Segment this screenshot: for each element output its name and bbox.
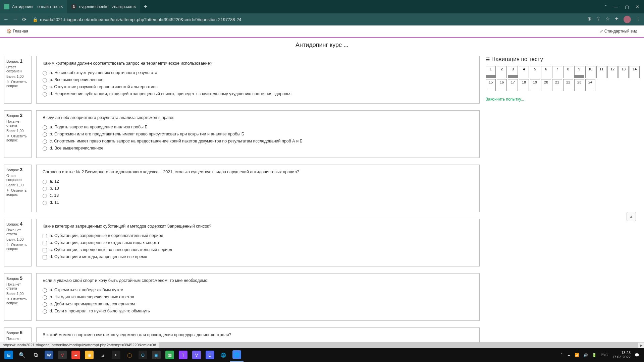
menu-icon[interactable]: ⋮ bbox=[636, 16, 641, 23]
reload-button[interactable]: ⟳ bbox=[22, 16, 26, 23]
forward-button[interactable]: → bbox=[13, 16, 18, 22]
nav-question-cell[interactable]: 5 bbox=[530, 66, 540, 78]
answer-input[interactable] bbox=[43, 92, 47, 97]
answer-input[interactable] bbox=[43, 125, 47, 130]
tray-chevron-icon[interactable]: ˄ bbox=[561, 353, 563, 357]
taskbar-app-twitch[interactable]: T bbox=[176, 348, 190, 362]
nav-question-cell[interactable]: 2 bbox=[497, 66, 507, 78]
answer-input[interactable] bbox=[43, 241, 47, 245]
zoom-icon[interactable]: ⊕ bbox=[587, 16, 592, 23]
tray-datetime[interactable]: 13:23 17.03.2022 bbox=[612, 351, 631, 359]
browser-tab[interactable]: Антидопинг - онлайн-тест× bbox=[0, 0, 67, 13]
answer-option[interactable]: a. 12 bbox=[43, 179, 473, 184]
nav-question-cell[interactable]: 14 bbox=[630, 66, 640, 78]
answer-option[interactable]: b. Все вышеперечисленное bbox=[43, 77, 473, 82]
share-icon[interactable]: ⇪ bbox=[596, 16, 601, 23]
answer-input[interactable] bbox=[43, 302, 47, 307]
nav-question-cell[interactable]: 1 bbox=[486, 66, 496, 78]
nav-question-cell[interactable]: 13 bbox=[619, 66, 629, 78]
scrollbar-arrow-right[interactable]: ▶ bbox=[638, 343, 644, 348]
answer-option[interactable]: d. 11 bbox=[43, 200, 473, 205]
minimize-button[interactable]: ― bbox=[614, 4, 618, 9]
nav-question-cell[interactable]: 4 bbox=[519, 66, 529, 78]
nav-question-cell[interactable]: 24 bbox=[585, 79, 595, 91]
nav-question-cell[interactable]: 22 bbox=[563, 79, 573, 91]
browser-tab[interactable]: 3evgeniirechenko - znanija.com× bbox=[67, 0, 140, 13]
nav-question-cell[interactable]: 17 bbox=[508, 79, 518, 91]
answer-input[interactable] bbox=[43, 180, 47, 184]
taskbar-app-v[interactable]: V bbox=[56, 348, 69, 362]
chevron-down-icon[interactable]: ˅ bbox=[605, 4, 607, 9]
answer-option[interactable]: c. Субстанции, запрещенные во внесоревно… bbox=[43, 247, 473, 252]
nav-question-cell[interactable]: 21 bbox=[552, 79, 562, 91]
close-icon[interactable]: × bbox=[60, 4, 63, 9]
maximize-button[interactable]: ▢ bbox=[625, 4, 629, 9]
answer-input[interactable] bbox=[43, 187, 47, 191]
tray-battery-icon[interactable]: 🔋 bbox=[592, 353, 597, 357]
answer-option[interactable]: d. Все вышеперечисленное bbox=[43, 146, 473, 151]
nav-question-cell[interactable]: 18 bbox=[519, 79, 529, 91]
answer-option[interactable]: b. 10 bbox=[43, 186, 473, 191]
close-icon[interactable]: × bbox=[133, 4, 136, 9]
answer-input[interactable] bbox=[43, 146, 47, 151]
avatar[interactable] bbox=[624, 16, 631, 23]
scroll-top-button[interactable]: ▲ bbox=[627, 212, 636, 221]
standard-view-link[interactable]: ⤢ Стандартный вид bbox=[600, 29, 637, 34]
tray-cloud-icon[interactable]: ☁ bbox=[567, 353, 571, 357]
task-view-button[interactable]: ⧉ bbox=[29, 348, 42, 362]
bookmark-icon[interactable]: ☆ bbox=[605, 16, 610, 23]
taskbar-app-word[interactable]: W bbox=[42, 348, 56, 362]
answer-option[interactable]: d. Субстанции и методы, запрещенные все … bbox=[43, 254, 473, 259]
answer-option[interactable]: b. Спортсмен или его представитель имеют… bbox=[43, 132, 473, 137]
nav-question-cell[interactable]: 20 bbox=[541, 79, 551, 91]
taskbar-app-o[interactable]: O bbox=[136, 348, 150, 362]
nav-question-cell[interactable]: 8 bbox=[563, 66, 573, 78]
nav-question-cell[interactable]: 15 bbox=[486, 79, 496, 91]
flag-question[interactable]: 🏳 Отметить вопрос bbox=[6, 80, 29, 88]
taskbar-app-viber[interactable]: V bbox=[190, 348, 203, 362]
finish-attempt-link[interactable]: Закончить попытку... bbox=[486, 97, 524, 102]
nav-question-cell[interactable]: 12 bbox=[607, 66, 618, 78]
answer-input[interactable] bbox=[43, 201, 47, 205]
answer-option[interactable]: c. Спортсмен имеет право подать запрос н… bbox=[43, 139, 473, 144]
search-button[interactable]: 🔍 bbox=[15, 348, 29, 362]
nav-question-cell[interactable]: 11 bbox=[596, 66, 606, 78]
nav-question-cell[interactable]: 6 bbox=[541, 66, 551, 78]
answer-input[interactable] bbox=[43, 288, 47, 293]
answer-option[interactable]: c. Добиться преимущества над соперником bbox=[43, 302, 473, 307]
tray-volume-icon[interactable]: 🔊 bbox=[583, 353, 588, 357]
extensions-icon[interactable]: ✦ bbox=[614, 16, 619, 23]
tray-lang[interactable]: РУС bbox=[601, 353, 608, 357]
taskbar-app-circle[interactable]: ◯ bbox=[123, 348, 136, 362]
answer-option[interactable]: b. Субстанции, запрещенные в отдельных в… bbox=[43, 240, 473, 245]
taskbar-app-discord[interactable]: D bbox=[203, 348, 217, 362]
answer-option[interactable]: c. 13 bbox=[43, 193, 473, 198]
taskbar-app-chrome-active[interactable]: 🌐 bbox=[230, 348, 244, 362]
nav-question-cell[interactable]: 23 bbox=[574, 79, 584, 91]
taskbar-app-yellow[interactable]: ◉ bbox=[83, 348, 96, 362]
nav-question-cell[interactable]: 9 bbox=[574, 66, 584, 78]
answer-input[interactable] bbox=[43, 85, 47, 89]
home-link[interactable]: 🏠 Главная bbox=[7, 29, 28, 34]
taskbar-app-green[interactable]: ▦ bbox=[163, 348, 176, 362]
answer-option[interactable]: a. Субстанции, запрещенные в соревновате… bbox=[43, 233, 473, 238]
close-button[interactable]: ✕ bbox=[636, 4, 639, 9]
answer-input[interactable] bbox=[43, 309, 47, 314]
taskbar-app-vs[interactable]: ▣ bbox=[150, 348, 163, 362]
flag-question[interactable]: 🏳 Отметить вопрос bbox=[6, 188, 29, 196]
taskbar-app-epic[interactable]: E bbox=[109, 348, 123, 362]
taskbar-app-steam[interactable]: ◢ bbox=[96, 348, 109, 362]
back-button[interactable]: ← bbox=[3, 16, 9, 22]
taskbar-app-chrome[interactable]: 🌐 bbox=[217, 348, 230, 362]
notifications-icon[interactable]: 💬 bbox=[635, 353, 639, 357]
nav-question-cell[interactable]: 7 bbox=[552, 66, 562, 78]
nav-question-cell[interactable]: 16 bbox=[497, 79, 507, 91]
flag-question[interactable]: 🏳 Отметить вопрос bbox=[6, 134, 29, 142]
answer-input[interactable] bbox=[43, 71, 47, 75]
answer-option[interactable]: d. Неприменение субстанции, входящей в з… bbox=[43, 92, 473, 97]
answer-input[interactable] bbox=[43, 255, 47, 259]
taskbar-app-red[interactable]: ▰ bbox=[69, 348, 83, 362]
answer-input[interactable] bbox=[43, 295, 47, 300]
answer-option[interactable]: a. Подать запрос на проведение анализа п… bbox=[43, 125, 473, 130]
answer-option[interactable]: b. Ни один из вышеперечисленных ответов bbox=[43, 295, 473, 300]
